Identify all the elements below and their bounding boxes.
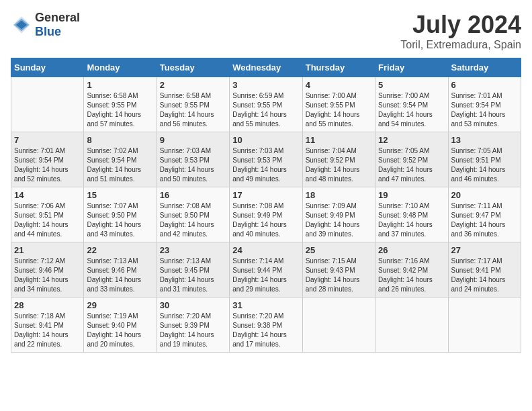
- day-number: 8: [87, 135, 153, 145]
- day-info: Sunrise: 7:15 AM Sunset: 9:43 PM Dayligh…: [306, 257, 372, 294]
- calendar-cell: 30Sunrise: 7:20 AM Sunset: 9:39 PM Dayli…: [157, 298, 229, 353]
- day-number: 29: [87, 300, 153, 310]
- day-info: Sunrise: 7:01 AM Sunset: 9:54 PM Dayligh…: [14, 146, 81, 184]
- weekday-header-friday: Friday: [375, 58, 448, 77]
- day-number: 5: [378, 80, 445, 90]
- header: General Blue July 2024 Toril, Extremadur…: [11, 11, 521, 51]
- calendar-cell: 3Sunrise: 6:59 AM Sunset: 9:55 PM Daylig…: [230, 77, 302, 132]
- day-number: 18: [306, 190, 372, 200]
- day-info: Sunrise: 7:17 AM Sunset: 9:41 PM Dayligh…: [451, 257, 518, 294]
- calendar-cell: 29Sunrise: 7:19 AM Sunset: 9:40 PM Dayli…: [84, 298, 157, 353]
- day-number: 10: [232, 135, 299, 145]
- calendar-cell: [11, 77, 84, 132]
- day-number: 31: [232, 300, 299, 310]
- month-year-title: July 2024: [400, 11, 521, 39]
- calendar-cell: 28Sunrise: 7:18 AM Sunset: 9:41 PM Dayli…: [11, 298, 84, 353]
- day-info: Sunrise: 7:19 AM Sunset: 9:40 PM Dayligh…: [87, 312, 153, 349]
- title-area: July 2024 Toril, Extremadura, Spain: [400, 11, 521, 51]
- day-info: Sunrise: 7:20 AM Sunset: 9:39 PM Dayligh…: [160, 312, 226, 349]
- calendar-week-row: 28Sunrise: 7:18 AM Sunset: 9:41 PM Dayli…: [11, 298, 521, 353]
- calendar-cell: 19Sunrise: 7:10 AM Sunset: 9:48 PM Dayli…: [375, 187, 448, 242]
- location-subtitle: Toril, Extremadura, Spain: [400, 39, 521, 51]
- day-info: Sunrise: 6:58 AM Sunset: 9:55 PM Dayligh…: [87, 91, 153, 129]
- calendar-cell: 11Sunrise: 7:04 AM Sunset: 9:52 PM Dayli…: [302, 132, 375, 187]
- weekday-header-sunday: Sunday: [11, 58, 84, 77]
- day-number: 21: [14, 245, 81, 255]
- day-info: Sunrise: 7:07 AM Sunset: 9:50 PM Dayligh…: [87, 201, 153, 239]
- day-number: 12: [378, 135, 445, 145]
- calendar-cell: 13Sunrise: 7:05 AM Sunset: 9:51 PM Dayli…: [448, 132, 521, 187]
- day-number: 28: [14, 300, 81, 310]
- day-info: Sunrise: 7:14 AM Sunset: 9:44 PM Dayligh…: [232, 257, 299, 294]
- calendar-cell: 1Sunrise: 6:58 AM Sunset: 9:55 PM Daylig…: [84, 77, 157, 132]
- day-info: Sunrise: 7:02 AM Sunset: 9:54 PM Dayligh…: [87, 146, 153, 184]
- day-info: Sunrise: 7:18 AM Sunset: 9:41 PM Dayligh…: [14, 312, 81, 349]
- day-info: Sunrise: 7:01 AM Sunset: 9:54 PM Dayligh…: [451, 91, 518, 129]
- weekday-header-saturday: Saturday: [448, 58, 521, 77]
- calendar-week-row: 14Sunrise: 7:06 AM Sunset: 9:51 PM Dayli…: [11, 187, 521, 242]
- calendar-cell: 23Sunrise: 7:13 AM Sunset: 9:45 PM Dayli…: [157, 242, 229, 298]
- day-info: Sunrise: 7:05 AM Sunset: 9:52 PM Dayligh…: [378, 146, 445, 184]
- day-number: 9: [160, 135, 226, 145]
- calendar-cell: [302, 298, 375, 353]
- day-info: Sunrise: 7:20 AM Sunset: 9:38 PM Dayligh…: [232, 312, 299, 349]
- day-number: 27: [451, 245, 518, 255]
- calendar-cell: [448, 298, 521, 353]
- calendar-cell: 10Sunrise: 7:03 AM Sunset: 9:53 PM Dayli…: [230, 132, 302, 187]
- calendar-cell: 26Sunrise: 7:16 AM Sunset: 9:42 PM Dayli…: [375, 242, 448, 298]
- day-info: Sunrise: 7:13 AM Sunset: 9:46 PM Dayligh…: [87, 257, 153, 294]
- calendar-cell: 4Sunrise: 7:00 AM Sunset: 9:55 PM Daylig…: [302, 77, 375, 132]
- day-info: Sunrise: 7:11 AM Sunset: 9:47 PM Dayligh…: [451, 201, 518, 239]
- calendar-cell: 20Sunrise: 7:11 AM Sunset: 9:47 PM Dayli…: [448, 187, 521, 242]
- weekday-header-tuesday: Tuesday: [157, 58, 229, 77]
- day-number: 30: [160, 300, 226, 310]
- weekday-header-thursday: Thursday: [302, 58, 375, 77]
- day-info: Sunrise: 7:00 AM Sunset: 9:54 PM Dayligh…: [378, 91, 445, 129]
- day-info: Sunrise: 7:09 AM Sunset: 9:49 PM Dayligh…: [306, 201, 372, 239]
- calendar-cell: 31Sunrise: 7:20 AM Sunset: 9:38 PM Dayli…: [230, 298, 302, 353]
- day-info: Sunrise: 7:05 AM Sunset: 9:51 PM Dayligh…: [451, 146, 518, 184]
- day-number: 3: [232, 80, 299, 90]
- day-number: 24: [232, 245, 299, 255]
- day-info: Sunrise: 6:58 AM Sunset: 9:55 PM Dayligh…: [160, 91, 226, 129]
- calendar-cell: [375, 298, 448, 353]
- day-info: Sunrise: 7:06 AM Sunset: 9:51 PM Dayligh…: [14, 201, 81, 239]
- day-number: 1: [87, 80, 153, 90]
- calendar-cell: 14Sunrise: 7:06 AM Sunset: 9:51 PM Dayli…: [11, 187, 84, 242]
- day-number: 14: [14, 190, 81, 200]
- calendar-cell: 6Sunrise: 7:01 AM Sunset: 9:54 PM Daylig…: [448, 77, 521, 132]
- calendar-cell: 18Sunrise: 7:09 AM Sunset: 9:49 PM Dayli…: [302, 187, 375, 242]
- calendar-cell: 25Sunrise: 7:15 AM Sunset: 9:43 PM Dayli…: [302, 242, 375, 298]
- calendar-cell: 24Sunrise: 7:14 AM Sunset: 9:44 PM Dayli…: [230, 242, 302, 298]
- weekday-header-row: SundayMondayTuesdayWednesdayThursdayFrid…: [11, 58, 521, 77]
- calendar-cell: 9Sunrise: 7:03 AM Sunset: 9:53 PM Daylig…: [157, 132, 229, 187]
- day-number: 11: [306, 135, 372, 145]
- logo: General Blue: [11, 11, 80, 39]
- day-number: 20: [451, 190, 518, 200]
- day-info: Sunrise: 7:13 AM Sunset: 9:45 PM Dayligh…: [160, 257, 226, 294]
- calendar-week-row: 7Sunrise: 7:01 AM Sunset: 9:54 PM Daylig…: [11, 132, 521, 187]
- day-info: Sunrise: 7:10 AM Sunset: 9:48 PM Dayligh…: [378, 201, 445, 239]
- calendar-table: SundayMondayTuesdayWednesdayThursdayFrid…: [11, 58, 521, 353]
- day-number: 13: [451, 135, 518, 145]
- day-number: 16: [160, 190, 226, 200]
- day-info: Sunrise: 7:12 AM Sunset: 9:46 PM Dayligh…: [14, 257, 81, 294]
- day-info: Sunrise: 7:08 AM Sunset: 9:49 PM Dayligh…: [232, 201, 299, 239]
- weekday-header-wednesday: Wednesday: [230, 58, 302, 77]
- calendar-cell: 22Sunrise: 7:13 AM Sunset: 9:46 PM Dayli…: [84, 242, 157, 298]
- day-info: Sunrise: 7:16 AM Sunset: 9:42 PM Dayligh…: [378, 257, 445, 294]
- logo-text: General Blue: [35, 11, 80, 39]
- day-number: 4: [306, 80, 372, 90]
- day-number: 7: [14, 135, 81, 145]
- calendar-cell: 15Sunrise: 7:07 AM Sunset: 9:50 PM Dayli…: [84, 187, 157, 242]
- day-info: Sunrise: 6:59 AM Sunset: 9:55 PM Dayligh…: [232, 91, 299, 129]
- day-info: Sunrise: 7:04 AM Sunset: 9:52 PM Dayligh…: [306, 146, 372, 184]
- calendar-cell: 17Sunrise: 7:08 AM Sunset: 9:49 PM Dayli…: [230, 187, 302, 242]
- calendar-cell: 2Sunrise: 6:58 AM Sunset: 9:55 PM Daylig…: [157, 77, 229, 132]
- day-number: 23: [160, 245, 226, 255]
- calendar-cell: 5Sunrise: 7:00 AM Sunset: 9:54 PM Daylig…: [375, 77, 448, 132]
- day-number: 26: [378, 245, 445, 255]
- calendar-cell: 21Sunrise: 7:12 AM Sunset: 9:46 PM Dayli…: [11, 242, 84, 298]
- logo-icon: [11, 14, 32, 36]
- day-info: Sunrise: 7:03 AM Sunset: 9:53 PM Dayligh…: [232, 146, 299, 184]
